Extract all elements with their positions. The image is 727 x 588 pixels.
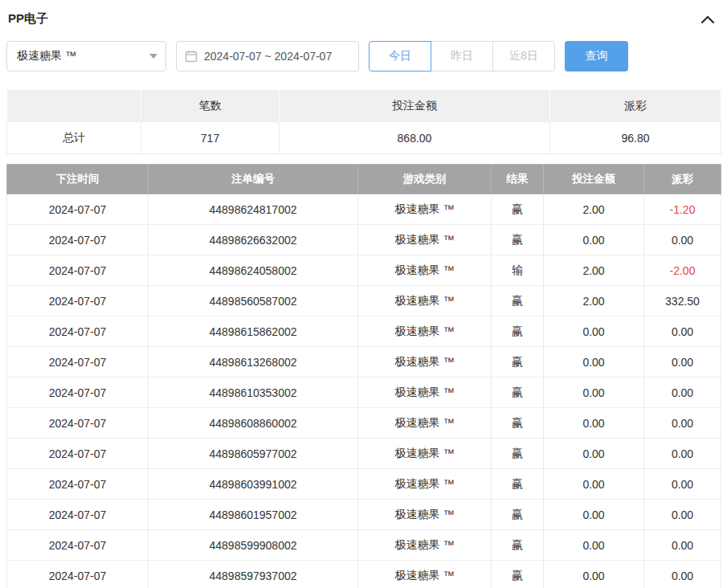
bet-id-cell: 44898626632002 — [149, 225, 358, 255]
bet-time-cell: 2024-07-07 — [7, 316, 149, 347]
payout-cell: 0.00 — [644, 347, 721, 378]
col-header-result: 结果 — [492, 165, 544, 194]
payout-cell: 0.00 — [644, 561, 721, 588]
bet-amount-cell: 0.00 — [544, 408, 644, 439]
col-header-game-category: 游戏类别 — [358, 165, 492, 194]
bet-id-cell: 44898624817002 — [149, 194, 358, 225]
bet-amount-cell: 0.00 — [544, 378, 644, 408]
table-row: 2024-07-0744898597937002极速糖果 ™赢0.000.00 — [7, 561, 721, 588]
bet-time-cell: 2024-07-07 — [7, 530, 149, 561]
summary-total-count: 717 — [141, 122, 280, 154]
table-row: 2024-07-0744898560587002极速糖果 ™赢2.00332.5… — [7, 286, 721, 316]
summary-header-row: 笔数 投注金额 派彩 — [7, 90, 721, 122]
panel-header: PP电子 — [6, 11, 721, 27]
bet-time-cell: 2024-07-07 — [7, 378, 149, 408]
table-row: 2024-07-0744898605977002极速糖果 ™赢0.000.00 — [7, 439, 721, 469]
table-row: 2024-07-0744898626632002极速糖果 ™赢0.000.00 — [7, 225, 721, 255]
filter-row: 极速糖果 ™ 2024-07-07 ~ 2024-07-07 今日 昨日 近8日… — [6, 41, 721, 71]
game-category-cell: 极速糖果 ™ — [358, 408, 492, 439]
bet-table-header-row: 下注时间 注单编号 游戏类别 结果 投注金额 派彩 — [7, 165, 721, 194]
result-cell: 赢 — [492, 225, 544, 255]
game-category-cell: 极速糖果 ™ — [358, 255, 492, 286]
collapse-chevron-up-icon[interactable] — [701, 15, 719, 23]
summary-table: 笔数 投注金额 派彩 总计 717 868.00 96.80 — [6, 89, 721, 154]
result-cell: 赢 — [492, 469, 544, 500]
search-button[interactable]: 查询 — [565, 41, 628, 71]
bet-time-cell: 2024-07-07 — [7, 255, 149, 286]
pp-electronics-panel: PP电子 极速糖果 ™ 2024-07-07 ~ 2024-07-07 今日 昨… — [0, 0, 727, 588]
bet-time-cell: 2024-07-07 — [7, 500, 149, 530]
bet-id-cell: 44898560587002 — [149, 286, 358, 316]
game-category-cell: 极速糖果 ™ — [358, 225, 492, 255]
payout-cell: 0.00 — [644, 378, 721, 408]
date-range-value: 2024-07-07 ~ 2024-07-07 — [204, 50, 332, 63]
bet-time-cell: 2024-07-07 — [7, 347, 149, 378]
game-category-cell: 极速糖果 ™ — [358, 347, 492, 378]
table-row: 2024-07-0744898599908002极速糖果 ™赢0.000.00 — [7, 530, 721, 561]
result-cell: 赢 — [492, 194, 544, 225]
calendar-icon — [185, 50, 198, 63]
result-cell: 赢 — [492, 347, 544, 378]
summary-total-payout: 96.80 — [550, 122, 721, 154]
payout-cell: -1.20 — [644, 194, 721, 225]
table-row: 2024-07-0744898624058002极速糖果 ™输2.00-2.00 — [7, 255, 721, 286]
table-row: 2024-07-0744898610353002极速糖果 ™赢0.000.00 — [7, 378, 721, 408]
payout-cell: 0.00 — [644, 439, 721, 469]
bet-records-table: 下注时间 注单编号 游戏类别 结果 投注金额 派彩 2024-07-074489… — [6, 164, 721, 588]
game-category-cell: 极速糖果 ™ — [358, 378, 492, 408]
payout-cell: 332.50 — [644, 286, 721, 316]
result-cell: 赢 — [492, 561, 544, 588]
bet-id-cell: 44898613268002 — [149, 347, 358, 378]
payout-cell: 0.00 — [644, 316, 721, 347]
summary-total-row: 总计 717 868.00 96.80 — [7, 122, 721, 154]
summary-header-payout: 派彩 — [550, 90, 721, 122]
table-row: 2024-07-0744898624817002极速糖果 ™赢2.00-1.20 — [7, 194, 721, 225]
table-row: 2024-07-0744898601957002极速糖果 ™赢0.000.00 — [7, 500, 721, 530]
bet-id-cell: 44898603991002 — [149, 469, 358, 500]
payout-cell: 0.00 — [644, 408, 721, 439]
bet-id-cell: 44898597937002 — [149, 561, 358, 588]
bet-amount-cell: 0.00 — [544, 500, 644, 530]
quick-filter-btn-yesterday[interactable]: 昨日 — [431, 41, 493, 71]
result-cell: 赢 — [492, 316, 544, 347]
col-header-bet-id: 注单编号 — [149, 165, 358, 194]
table-row: 2024-07-0744898603991002极速糖果 ™赢0.000.00 — [7, 469, 721, 500]
game-select-value: 极速糖果 ™ — [17, 49, 76, 63]
bet-id-cell: 44898608860002 — [149, 408, 358, 439]
bet-id-cell: 44898601957002 — [149, 500, 358, 530]
quick-filter-group: 今日 昨日 近8日 — [369, 41, 555, 71]
bet-id-cell: 44898610353002 — [149, 378, 358, 408]
bet-table-body: 2024-07-0744898624817002极速糖果 ™赢2.00-1.20… — [7, 194, 721, 588]
quick-filter-btn-today[interactable]: 今日 — [369, 41, 431, 71]
table-row: 2024-07-0744898615862002极速糖果 ™赢0.000.00 — [7, 316, 721, 347]
summary-header-empty — [7, 90, 141, 122]
bet-time-cell: 2024-07-07 — [7, 225, 149, 255]
quick-filter-btn-last8days[interactable]: 近8日 — [492, 41, 555, 71]
game-category-cell: 极速糖果 ™ — [358, 561, 492, 588]
bet-amount-cell: 0.00 — [544, 530, 644, 561]
bet-id-cell: 44898599908002 — [149, 530, 358, 561]
bet-amount-cell: 0.00 — [544, 469, 644, 500]
payout-cell: 0.00 — [644, 530, 721, 561]
result-cell: 赢 — [492, 286, 544, 316]
bet-amount-cell: 2.00 — [544, 255, 644, 286]
summary-header-bet-amount: 投注金额 — [280, 90, 550, 122]
game-category-cell: 极速糖果 ™ — [358, 316, 492, 347]
bet-amount-cell: 0.00 — [544, 347, 644, 378]
payout-cell: 0.00 — [644, 500, 721, 530]
bet-time-cell: 2024-07-07 — [7, 439, 149, 469]
summary-total-bet-amount: 868.00 — [280, 122, 550, 154]
payout-cell: 0.00 — [644, 225, 721, 255]
bet-amount-cell: 2.00 — [544, 286, 644, 316]
game-select[interactable]: 极速糖果 ™ — [6, 41, 166, 71]
bet-time-cell: 2024-07-07 — [7, 408, 149, 439]
bet-amount-cell: 0.00 — [544, 225, 644, 255]
bet-amount-cell: 0.00 — [544, 316, 644, 347]
date-range-input[interactable]: 2024-07-07 ~ 2024-07-07 — [176, 41, 359, 71]
game-category-cell: 极速糖果 ™ — [358, 469, 492, 500]
result-cell: 赢 — [492, 530, 544, 561]
game-category-cell: 极速糖果 ™ — [358, 530, 492, 561]
col-header-bet-time: 下注时间 — [7, 165, 149, 194]
chevron-down-icon — [149, 54, 157, 59]
game-category-cell: 极速糖果 ™ — [358, 500, 492, 530]
